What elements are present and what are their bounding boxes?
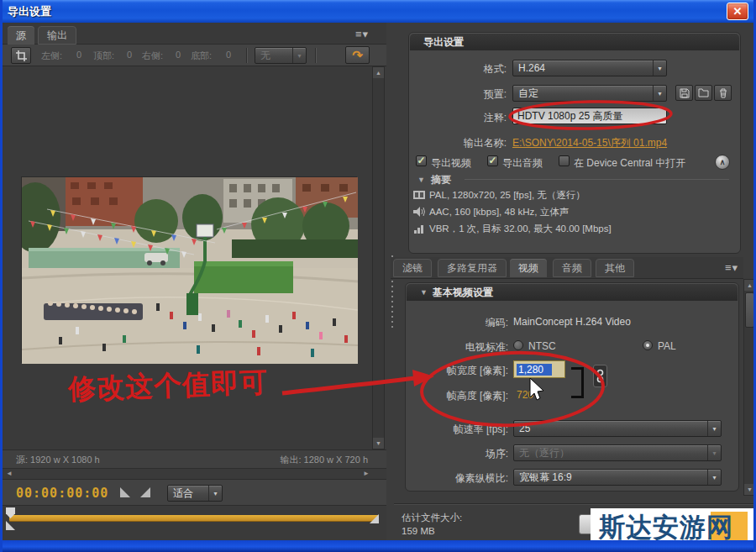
source-dimensions: 源: 1920 w X 1080 h (16, 454, 100, 466)
preview-vscrollbar[interactable]: ▲ ▼ (372, 66, 385, 449)
crop-left-value[interactable]: 0 (76, 50, 81, 60)
ntsc-radio[interactable] (513, 340, 523, 350)
crop-right-value[interactable]: 0 (176, 50, 181, 60)
field-order-dropdown[interactable]: 无（逐行） ▾ (513, 444, 722, 461)
options-panel-menu-icon[interactable]: ≡▾ (725, 261, 738, 274)
out-point-handle[interactable] (370, 514, 379, 523)
close-button[interactable]: ✕ (727, 3, 748, 20)
crop-top-label: 顶部: (93, 50, 114, 62)
scroll-right-icon[interactable]: ► (363, 470, 370, 477)
audio-summary-icon (413, 207, 425, 217)
crop-bottom-value[interactable]: 0 (226, 50, 231, 60)
comment-input[interactable]: HDTV 1080p 25 高质量 (512, 108, 667, 124)
scroll-up-icon[interactable]: ▲ (373, 67, 384, 78)
set-in-point-icon[interactable] (120, 487, 130, 497)
output-name-label: 输出名称: (406, 136, 507, 150)
close-icon: ✕ (733, 5, 743, 18)
scroll-left-icon[interactable]: ◄ (6, 470, 13, 477)
tab-others[interactable]: 其他 (596, 259, 634, 277)
import-preset-button[interactable] (695, 85, 712, 101)
footer-divider (394, 503, 756, 504)
preset-label: 预置: (406, 87, 507, 102)
framerate-label: 帧速率 [fps]: (397, 423, 508, 437)
tab-output[interactable]: 输出 (38, 26, 76, 45)
filesize-label: 估计文件大小: (402, 512, 462, 524)
timecode[interactable]: 00:00:00:00 (16, 486, 108, 501)
settings-vscrollbar[interactable]: ▲ ▼ (743, 279, 756, 496)
chevron-down-icon: ▾ (653, 86, 666, 101)
video-preview-frame[interactable] (21, 176, 357, 363)
codec-value: MainConcept H.264 Video (513, 316, 631, 328)
chevron-down-icon: ▾ (292, 48, 306, 63)
summary-bitrate: VBR，1 次, 目标 32.00, 最大 40.00 [Mbps] (429, 223, 612, 235)
aspect-link-button[interactable] (593, 365, 607, 387)
summary-header: 摘要 (431, 173, 451, 187)
crop-bottom-label: 底部: (191, 50, 212, 62)
schoolyard-video-frame (22, 177, 358, 364)
trash-icon (719, 88, 727, 98)
tab-audio[interactable]: 音频 (553, 259, 591, 277)
scroll-up-icon[interactable]: ▲ (744, 280, 755, 291)
transport-bar: 00:00:00:00 适合 ▾ (3, 479, 386, 505)
scroll-down-icon[interactable]: ▼ (744, 484, 755, 495)
scroll-down-icon[interactable]: ▼ (373, 438, 384, 449)
crop-right-label: 右侧: (142, 50, 163, 62)
framerate-dropdown[interactable]: 25 ▾ (513, 420, 722, 437)
codec-label: 编码: (397, 316, 508, 330)
disclosure-icon[interactable]: ▼ (420, 288, 428, 297)
par-dropdown[interactable]: 宽银幕 16:9 ▾ (513, 469, 722, 486)
tab-multiplexer[interactable]: 多路复用器 (438, 259, 507, 277)
output-dimensions: 输出: 1280 w X 720 h (280, 454, 368, 466)
crop-ratio-dropdown[interactable]: 无 ▾ (255, 47, 307, 64)
crop-top-value[interactable]: 0 (127, 50, 132, 60)
device-central-checkbox[interactable] (559, 155, 570, 166)
bitrate-summary-icon (413, 223, 425, 234)
tab-filters[interactable]: 滤镜 (393, 259, 432, 277)
save-preset-button[interactable] (675, 85, 693, 101)
scrollbar-thumb[interactable] (745, 292, 754, 328)
export-video-checkbox[interactable]: ✓ (416, 155, 427, 166)
preview-status-bar: 源: 1920 w X 1080 h 输出: 1280 w X 720 h (3, 449, 386, 468)
filesize-value: 159 MB (402, 526, 435, 536)
export-audio-checkbox[interactable]: ✓ (487, 155, 498, 166)
comment-label: 注释: (406, 111, 507, 125)
crop-left-label: 左侧: (41, 50, 62, 62)
tab-source[interactable]: 源 (8, 26, 34, 45)
export-video-label: 导出视频 (431, 156, 471, 171)
frame-height-label: 帧高度 [像素]: (397, 389, 508, 403)
collapse-round-button[interactable]: ∧ (715, 155, 730, 170)
work-area-bar[interactable] (9, 515, 379, 521)
format-dropdown[interactable]: H.264 ▾ (512, 60, 667, 76)
forward-arrow-icon: ↷ (352, 48, 363, 63)
crop-button[interactable] (11, 47, 31, 64)
frame-height-value[interactable]: 720 (517, 389, 533, 401)
summary-audio: AAC, 160 [kbps], 48 kHz, 立体声 (429, 206, 569, 218)
tab-video[interactable]: 视频 (510, 259, 547, 277)
pal-label: PAL (658, 340, 676, 352)
options-tab-bar: 滤镜 多路复用器 视频 音频 其他 ≡▾ (391, 257, 743, 279)
zoom-level-dropdown[interactable]: 适合 ▾ (167, 485, 223, 502)
panel-menu-icon[interactable]: ≡▾ (355, 28, 369, 40)
frame-width-input[interactable]: 1,280 (513, 360, 565, 378)
output-name-link[interactable]: E:\SONY\2014-05-15\序列 01.mp4 (512, 136, 667, 150)
set-out-point-icon[interactable] (140, 487, 150, 497)
folder-icon (698, 88, 709, 97)
export-settings-header: 导出设置 (410, 34, 739, 50)
pal-radio[interactable] (643, 340, 653, 350)
summary-disclosure-icon[interactable]: ▼ (417, 176, 425, 184)
source-tab-bar: 源 输出 ≡▾ (3, 23, 386, 45)
export-settings-window: 导出设置 ✕ 源 输出 ≡▾ 左侧: 0 顶部: 0 右侧: 0 底部: 0 无… (0, 0, 756, 552)
save-icon (680, 88, 690, 98)
preview-hscrollbar[interactable]: ◄ ► (3, 468, 386, 479)
goto-output-button[interactable]: ↷ (345, 46, 370, 64)
par-label: 像素纵横比: (397, 471, 508, 486)
delete-preset-button[interactable] (714, 85, 732, 101)
dimension-link-bracket (571, 367, 584, 398)
chain-link-icon (596, 369, 604, 383)
ntsc-label: NTSC (528, 340, 556, 352)
panel-splitter[interactable] (387, 66, 397, 505)
in-point-handle[interactable] (6, 521, 15, 530)
preset-dropdown[interactable]: 自定 ▾ (512, 85, 667, 102)
chevron-down-icon: ▾ (208, 486, 222, 501)
chevron-up-icon: ∧ (720, 158, 726, 166)
